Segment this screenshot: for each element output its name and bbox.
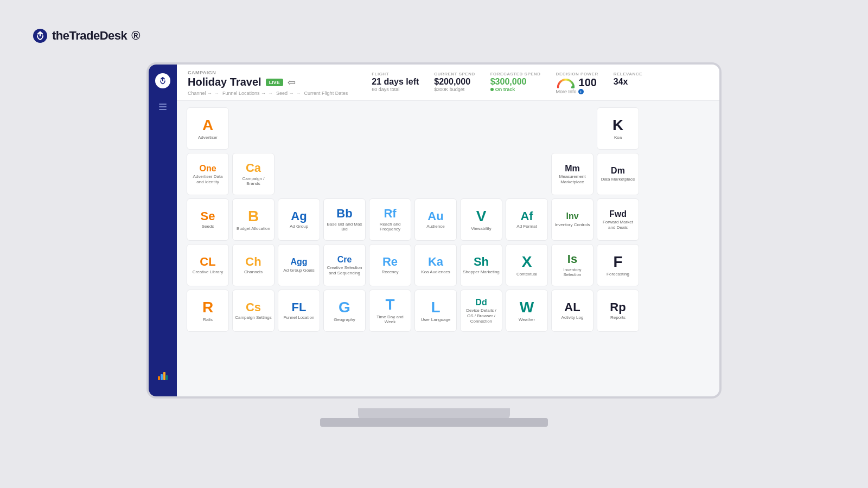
element-b[interactable]: BBudget Allocation (232, 198, 275, 241)
element-cs[interactable]: CsCampaign Settings (232, 290, 275, 332)
campaign-info: CAMPAIGN Holiday Travel LIVE ⇦ Channel →… (188, 70, 350, 96)
empty-cell-r1-c3 (323, 153, 366, 195)
brand-logo: theTradeDesk® (33, 28, 140, 43)
element-l[interactable]: LUser Language (414, 290, 457, 332)
grid-row-0: AAdvertiserKKoa (187, 107, 710, 150)
forecasted-spend-stat: FORECASTED SPEND $300,000 On track (490, 72, 541, 94)
current-spend-stat: CURRENT SPEND $200,000 $300K budget (434, 72, 475, 94)
empty-cell-r0-c4 (369, 107, 411, 150)
element-al[interactable]: ALActivity Log (551, 290, 593, 332)
current-spend-value: $200,000 (434, 77, 475, 87)
element-one[interactable]: OneAdvertiser Data and Identity (187, 153, 229, 195)
element-v[interactable]: VViewability (460, 198, 502, 241)
relevance-label: RELEVANCE (614, 72, 642, 76)
element-af[interactable]: AfAd Format (506, 198, 548, 241)
current-spend-sub: $300K budget (434, 87, 475, 92)
svg-rect-3 (159, 109, 167, 110)
decision-power-stat: DECISION POWER (556, 72, 598, 94)
element-cre[interactable]: CreCreative Selection and Sequencing (323, 244, 366, 286)
element-au[interactable]: AuAudience (414, 198, 457, 241)
laptop-screen: CAMPAIGN Holiday Travel LIVE ⇦ Channel →… (149, 65, 719, 396)
empty-cell-r0-c1 (232, 107, 275, 150)
element-dm[interactable]: DmData Marketplace (597, 153, 639, 195)
empty-cell-r0-c6 (460, 107, 502, 150)
element-w[interactable]: WWeather (506, 290, 548, 332)
svg-rect-6 (163, 372, 165, 380)
sidebar-chart-icon[interactable] (157, 369, 169, 383)
relevance-stat: RELEVANCE 34x (614, 72, 642, 94)
brand-name: theTradeDesk (52, 29, 127, 43)
grid-row-3: CLCreative LibraryChChannelsAggAd Group … (187, 244, 710, 286)
element-ka[interactable]: KaKoa Audiences (414, 244, 457, 286)
element-x[interactable]: XContextual (506, 244, 548, 286)
empty-cell-r1-c2 (278, 153, 320, 195)
main-content: CAMPAIGN Holiday Travel LIVE ⇦ Channel →… (177, 65, 719, 396)
nav-arrows[interactable]: ⇦ (288, 76, 296, 88)
element-is[interactable]: IsInventory Selection (551, 244, 593, 286)
periodic-grid: AAdvertiserKKoaOneAdvertiser Data and Id… (177, 101, 719, 396)
live-badge: LIVE (266, 79, 283, 86)
breadcrumb-channel[interactable]: Channel → (188, 91, 219, 96)
element-ch[interactable]: ChChannels (232, 244, 275, 286)
campaign-label: CAMPAIGN (188, 70, 350, 75)
element-bb[interactable]: BbBase Bid and Max Bid (323, 198, 366, 241)
decision-power-value: 100 (579, 76, 597, 89)
current-spend-label: CURRENT SPEND (434, 72, 475, 76)
element-r[interactable]: RRails (187, 290, 229, 332)
breadcrumb-seed[interactable]: Seed → (276, 91, 301, 96)
svg-rect-4 (158, 376, 160, 380)
element-f[interactable]: FForecasting (597, 244, 639, 286)
flight-total: 60 days total (372, 87, 419, 92)
empty-cell-r0-c7 (506, 107, 548, 150)
forecasted-spend-value: $300,000 (490, 77, 541, 87)
svg-rect-2 (159, 106, 167, 107)
flight-stat: FLIGHT 21 days left 60 days total (372, 72, 419, 94)
empty-cell-r0-c2 (278, 107, 320, 150)
element-k[interactable]: KKoa (597, 107, 639, 150)
element-fwd[interactable]: FwdForward Market and Deals (597, 198, 639, 241)
campaign-title: Holiday Travel (188, 76, 261, 88)
element-fl[interactable]: FLFunnel Location (278, 290, 320, 332)
breadcrumb-funnel[interactable]: Funnel Locations → (222, 91, 273, 96)
empty-cell-r0-c5 (414, 107, 457, 150)
element-rf[interactable]: RfReach and Frequency (369, 198, 411, 241)
empty-cell-r0-c8 (551, 107, 593, 150)
element-inv[interactable]: InvInventory Controls (551, 198, 593, 241)
element-re[interactable]: ReRecency (369, 244, 411, 286)
breadcrumb-dates[interactable]: Current Flight Dates (304, 91, 350, 96)
empty-cell-r1-c7 (506, 153, 548, 195)
relevance-value: 34x (614, 77, 642, 87)
element-cl[interactable]: CLCreative Library (187, 244, 229, 286)
element-mm[interactable]: MmMeasurement Marketplace (551, 153, 593, 195)
element-ag[interactable]: AgAd Group (278, 198, 320, 241)
element-ca[interactable]: CaCampaign / Brands (232, 153, 275, 195)
element-t[interactable]: TTime Day and Week (369, 290, 411, 332)
flight-label: FLIGHT (372, 72, 419, 76)
gauge-svg (556, 78, 576, 88)
element-rp[interactable]: RpReports (597, 290, 639, 332)
sidebar-logo[interactable] (155, 73, 170, 88)
grid-row-2: SeSeedsBBudget AllocationAgAd GroupBbBas… (187, 198, 710, 241)
empty-cell-r1-c5 (414, 153, 457, 195)
element-a[interactable]: AAdvertiser (187, 107, 229, 150)
sidebar (149, 65, 177, 396)
element-sh[interactable]: ShShopper Marketing (460, 244, 502, 286)
element-dd[interactable]: DdDevice Details / OS / Browser / Connec… (460, 290, 502, 332)
on-track-badge: On track (490, 87, 541, 92)
element-se[interactable]: SeSeeds (187, 198, 229, 241)
grid-row-4: RRailsCsCampaign SettingsFLFunnel Locati… (187, 290, 710, 332)
element-agg[interactable]: AggAd Group Goals (278, 244, 320, 286)
forecasted-spend-label: FORECASTED SPEND (490, 72, 541, 76)
element-g[interactable]: GGeography (323, 290, 366, 332)
header-stats: FLIGHT 21 days left 60 days total CURREN… (372, 72, 642, 94)
flight-days: 21 days left (372, 77, 419, 87)
gauge-visual: 100 (556, 76, 598, 89)
svg-rect-5 (161, 374, 163, 380)
campaign-header: CAMPAIGN Holiday Travel LIVE ⇦ Channel →… (177, 65, 719, 101)
sidebar-nav-icon[interactable] (157, 101, 168, 114)
svg-rect-7 (166, 375, 168, 380)
more-info[interactable]: More Info i (556, 89, 598, 94)
decision-power-label: DECISION POWER (556, 72, 598, 76)
grid-row-1: OneAdvertiser Data and IdentityCaCampaig… (187, 153, 710, 195)
empty-cell-r1-c6 (460, 153, 502, 195)
